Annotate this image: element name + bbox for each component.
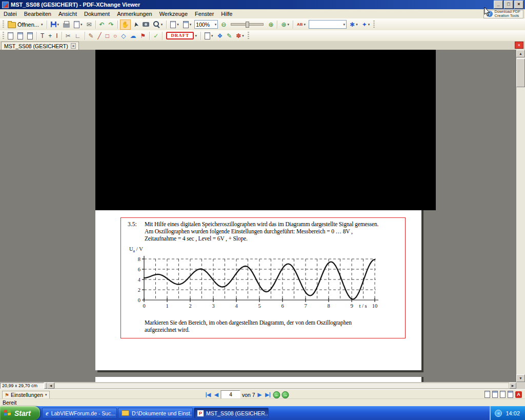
undo-button[interactable]: ↶	[98, 19, 106, 30]
scroll-up-icon[interactable]: ▲	[516, 50, 525, 57]
menu-dokument[interactable]: Dokument	[80, 10, 113, 18]
document-viewport[interactable]: 3.5: Mit Hilfe eines digitalen Speichero…	[0, 50, 516, 382]
taskbar-item-explorer-label: D:\Dokumente und Einst...	[132, 410, 193, 416]
fit-width-button[interactable]: ▾	[169, 19, 180, 30]
taskbar-item-explorer[interactable]: D:\Dokumente und Einst...	[118, 408, 193, 418]
add-bookmark-button[interactable]: ⊕▾	[279, 19, 291, 30]
redo-button[interactable]: ↷	[107, 19, 115, 30]
page-number-input[interactable]	[221, 390, 240, 399]
crop-tool-button[interactable]: ✂	[64, 31, 72, 41]
horizontal-scrollbar-track[interactable]	[54, 383, 509, 389]
toolbar-separator	[162, 32, 163, 40]
fit-page-button[interactable]: ▾	[181, 19, 193, 30]
select-text-button[interactable]: T	[39, 31, 46, 41]
folder-icon	[122, 410, 129, 416]
rectangle-tool-button[interactable]: □	[104, 31, 111, 41]
measure-tool-button[interactable]: ∟	[73, 31, 83, 41]
menu-ansicht[interactable]: Ansicht	[55, 10, 80, 18]
fullscreen-icon[interactable]	[508, 391, 513, 398]
options-button[interactable]: ✽▾	[234, 31, 246, 41]
document-tab[interactable]: MST_SS08 (GESICHERT) ×	[1, 42, 79, 50]
highlighter-tool-button[interactable]: ✎	[225, 31, 233, 41]
close-button[interactable]: ×	[514, 1, 523, 9]
zoom-out-button[interactable]: ⊖	[219, 19, 228, 30]
toolbar-grip[interactable]	[248, 32, 249, 40]
zoom-level-combo[interactable]: 100%▾	[194, 20, 218, 29]
print-button[interactable]	[62, 19, 71, 30]
menu-hilfe[interactable]: Hilfe	[217, 10, 236, 18]
scroll-down-icon[interactable]: ▼	[516, 374, 525, 382]
search-input-combo[interactable]: ▾	[309, 20, 347, 29]
settings-button[interactable]: ⚑ Einstellungen ▾	[2, 391, 50, 399]
start-button[interactable]: Start	[0, 406, 40, 420]
search-button[interactable]: ✱▾	[348, 19, 359, 30]
zoom-in-button[interactable]: ⊕	[267, 19, 275, 30]
export-button[interactable]: ▾	[72, 19, 84, 30]
toolbar-grip[interactable]	[373, 21, 375, 29]
line-tool-button[interactable]: ╱	[96, 31, 103, 41]
continuous-page-button[interactable]	[16, 31, 25, 41]
next-page-button[interactable]: ▶	[257, 392, 263, 397]
vertical-scrollbar-thumb[interactable]	[516, 58, 525, 87]
menu-werkzeuge[interactable]: Werkzeuge	[156, 10, 191, 18]
tray-chevron-button[interactable]: «	[495, 410, 502, 417]
chevron-down-icon[interactable]: ▾	[215, 23, 217, 27]
previous-view-button[interactable]: ←	[273, 391, 280, 398]
filter-button[interactable]: ✦▾	[360, 19, 372, 30]
next-view-button[interactable]: →	[282, 391, 289, 398]
vertical-scrollbar[interactable]: ▲ ▼	[516, 50, 525, 382]
toolbar-grip[interactable]	[3, 21, 4, 29]
previous-page-button[interactable]: ◀	[213, 392, 219, 397]
menu-bearbeiten[interactable]: Bearbeiten	[21, 10, 55, 18]
facing-pages-button[interactable]	[26, 31, 34, 41]
layout-panel-icon[interactable]	[500, 391, 506, 398]
menu-anmerkungen[interactable]: Anmerkungen	[113, 10, 156, 18]
ibeam-button[interactable]: I	[54, 31, 59, 41]
taskbar-item-pdf-viewer[interactable]: PMST_SS08 (GESICHER...	[194, 408, 269, 418]
pencil-tool-button[interactable]: ✎	[87, 31, 95, 41]
open-button[interactable]: Öffnen...▾	[6, 19, 45, 30]
titlebar: MST_SS08 (GESICHERT) - PDF-XChange Viewe…	[0, 0, 525, 9]
comment-tool-icon: ❖	[217, 32, 223, 39]
scroll-left-icon[interactable]: ◀	[47, 383, 54, 389]
menu-fenster[interactable]: Fenster	[191, 10, 217, 18]
hand-tool-button[interactable]: ✋	[120, 19, 131, 30]
adobe-pdf-icon[interactable]: A	[515, 391, 522, 398]
select-tool-button[interactable]: ➤	[132, 19, 140, 30]
single-page-button[interactable]	[6, 31, 15, 41]
taskbar-item-labview-forum[interactable]: eLabVIEWForum.de - Suc...	[42, 408, 117, 418]
email-button[interactable]: ✉	[85, 19, 93, 30]
first-page-button[interactable]: |◀	[205, 392, 212, 397]
toolbar-grip[interactable]	[3, 32, 4, 40]
chevron-down-icon[interactable]: ▾	[344, 23, 346, 27]
pin-tool-button[interactable]: ⚑	[139, 31, 148, 41]
minimize-button[interactable]: _	[494, 1, 503, 9]
crosshair-button[interactable]: +	[47, 31, 53, 41]
toolbar-separator	[200, 32, 201, 40]
zoom-tool-button[interactable]: ▾	[152, 19, 165, 30]
new-document-icon[interactable]	[484, 391, 490, 398]
pane-close-button[interactable]: ×	[515, 42, 523, 49]
stamp-palette-button[interactable]: ▾	[203, 31, 215, 41]
polygon-tool-button[interactable]: ◇	[119, 31, 127, 41]
zoom-slider-thumb[interactable]	[246, 22, 249, 28]
save-button[interactable]: ▾	[49, 19, 61, 30]
select-text-icon: T	[41, 32, 44, 39]
zoom-slider[interactable]	[231, 23, 264, 26]
thumbnails-panel-icon[interactable]	[492, 391, 498, 398]
ellipse-tool-button[interactable]: ○	[112, 31, 118, 41]
snapshot-tool-button[interactable]	[141, 19, 151, 30]
menu-datei[interactable]: Datei	[0, 10, 21, 18]
read-mode-button[interactable]: AB▾	[295, 19, 307, 30]
last-page-button[interactable]: ▶|	[264, 392, 272, 397]
scroll-right-icon[interactable]: ▶	[509, 383, 516, 389]
redo-icon: ↷	[109, 21, 114, 28]
restore-button[interactable]: □	[504, 1, 513, 9]
menubar: DateiBearbeitenAnsichtDokumentAnmerkunge…	[0, 9, 525, 19]
tab-close-icon[interactable]: ×	[71, 43, 76, 49]
draft-stamp-button[interactable]: DRAFT▾	[165, 31, 198, 41]
comment-tool-button[interactable]: ❖	[215, 31, 224, 41]
polygon-tool-icon: ◇	[121, 32, 126, 39]
check-style-button[interactable]: ✓	[152, 31, 160, 41]
cloud-tool-button[interactable]: ☁	[129, 31, 138, 41]
